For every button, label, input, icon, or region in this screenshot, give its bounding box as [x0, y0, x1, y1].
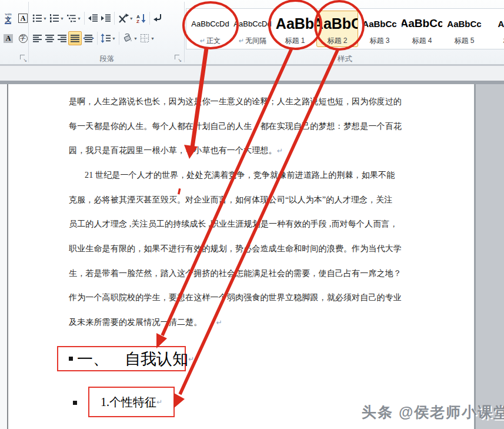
document-area: 是啊，人生之路说长也长，因为这是你一生意义的诠释；人生之路说短也短，因为你度过的…: [0, 84, 504, 429]
enclose-characters-icon: 字: [19, 34, 28, 43]
pilcrow-icon: ↵: [239, 37, 244, 44]
distribute-icon: [83, 34, 94, 43]
body-line[interactable]: 园，我只是百花园里一根小草，可小草也有一个大理想。↵: [69, 145, 407, 156]
character-shading-button[interactable]: A: [1, 31, 15, 46]
body-line[interactable]: 生，若是带着一脸茫然，踏入这个拥挤的社会怎能满足社会的需要，使自己占有一席之地？: [69, 268, 407, 279]
numbered-list-button[interactable]: ▼: [48, 11, 65, 25]
increase-indent-button[interactable]: [99, 11, 112, 25]
style-heading4[interactable]: AaBbCc 标题 4: [401, 11, 443, 47]
ribbon-lower-strip: [0, 65, 504, 81]
paragraph-mark: ↵: [216, 318, 222, 327]
window-left-gap: [0, 84, 7, 429]
style-normal[interactable]: AaBbCcDd ↵正文: [189, 11, 231, 47]
line-spacing-icon: [101, 34, 111, 43]
document-page[interactable]: [8, 84, 474, 429]
heading1-text[interactable]: 一、 自我认知: [77, 348, 188, 370]
align-center-button[interactable]: [44, 31, 56, 45]
separator: [97, 32, 98, 45]
multilevel-list-button[interactable]: ▼: [65, 11, 82, 25]
body-line[interactable]: 员工的人才理念 ,关注员工的持续成长 ,职业生涯规划是一种有效的手段 ,而对每个…: [69, 219, 407, 230]
increase-indent-icon: [101, 14, 111, 23]
group-separator: [28, 2, 29, 62]
line-spacing-button[interactable]: ▼: [99, 31, 117, 45]
style-heading1[interactable]: AaBb 标题 1: [274, 11, 316, 47]
style-no-spacing[interactable]: AaBbCcDd ↵无间隔: [232, 11, 273, 47]
show-hide-marks-button[interactable]: [152, 11, 164, 25]
phonetic-guide-icon: wén 文: [5, 12, 12, 24]
pilcrow-icon: ↵: [200, 37, 205, 44]
shading-bucket-icon: [122, 34, 133, 43]
paragraph-group-row1: ▼ ▼ ▼: [31, 11, 164, 25]
show-hide-mark-icon: [153, 14, 163, 23]
separator: [114, 12, 115, 25]
bullet-list-button[interactable]: ▼: [31, 11, 48, 25]
decrease-indent-icon: [88, 14, 98, 23]
svg-text:Z: Z: [136, 19, 139, 24]
list-bullet: [69, 357, 73, 361]
body-line[interactable]: 每一天都是你的人生。每个人都在计划自己的人生，都在实现自己的梦想：梦想是一个百花: [69, 121, 407, 132]
shading-button[interactable]: ▼: [121, 31, 139, 45]
body-line[interactable]: 21 世纪是一个人才的世界，处处充满着竞争，竞争就像前进道路上的荆棘，如果不能: [69, 170, 407, 181]
watermark-text: 头条 @侯老师小课堂: [362, 403, 504, 422]
phonetic-guide-button[interactable]: wén 文: [1, 11, 15, 26]
heading2-text[interactable]: 1.个性特征: [101, 394, 156, 410]
heading1-annotation-box: 一、 自我认知 ↵: [57, 346, 186, 371]
body-line[interactable]: 是啊，人生之路说长也长，因为这是你一生意义的诠释；人生之路说短也短，因为你度过的: [69, 97, 407, 107]
paragraph-group-row2: ▼ ▼ ▼: [31, 31, 156, 45]
sort-button[interactable]: A Z: [135, 11, 148, 25]
ribbon: wén 文 A A 字 ▼ ▼ ▼: [0, 0, 504, 65]
paragraph-mark: ↵: [188, 355, 194, 363]
separator: [84, 12, 85, 25]
paragraph-dialog-launcher[interactable]: [175, 55, 181, 61]
align-left-icon: [32, 34, 42, 43]
align-right-icon: [57, 34, 67, 43]
distribute-button[interactable]: [82, 31, 95, 45]
body-line[interactable]: 职业生命是有限的，如果不进行有效的规划，势必会造成生命和时间的浪费。作为当代大学: [69, 244, 407, 254]
align-left-button[interactable]: [31, 31, 44, 45]
paragraph-group-label: 段落: [31, 54, 183, 64]
group-separator: [184, 2, 185, 62]
sort-icon: A Z: [136, 14, 146, 24]
page-right-shadow: [474, 84, 476, 429]
heading2-annotation-box: 1.个性特征 ↵: [88, 387, 175, 417]
list-bullet: [73, 401, 77, 405]
numbered-list-icon: [49, 14, 59, 23]
paragraph-mark: ↵: [277, 147, 283, 155]
styles-gallery: AaBbCcDd ↵正文 AaBbCcDd ↵无间隔 AaBb 标题 1 AaB…: [186, 8, 504, 49]
character-shading-icon: A: [4, 34, 14, 43]
character-border-icon: A: [18, 14, 28, 23]
borders-icon: [140, 34, 150, 43]
style-heading2[interactable]: AaBbC 标题 2: [316, 11, 358, 47]
asian-layout-button[interactable]: ▼: [116, 11, 135, 25]
paragraph-mark: ↵: [156, 398, 162, 406]
font-dialog-launcher[interactable]: [20, 55, 26, 61]
style-heading3[interactable]: AaBbCc 标题 3: [359, 11, 400, 47]
align-right-button[interactable]: [56, 31, 68, 45]
style-heading6-partial[interactable]: AaB 标: [486, 11, 504, 47]
asian-layout-icon: [118, 14, 129, 24]
align-center-icon: [45, 34, 55, 43]
decrease-indent-button[interactable]: [86, 11, 99, 25]
separator: [149, 12, 150, 25]
bullet-list-icon: [32, 14, 42, 23]
styles-group-label: 样式: [186, 54, 504, 64]
justify-icon: [70, 34, 80, 43]
style-heading5[interactable]: AaBbCc 标题 5: [443, 11, 485, 47]
justify-button[interactable]: [68, 31, 82, 45]
multilevel-list-icon: [66, 14, 76, 23]
borders-button[interactable]: ▼: [139, 31, 156, 45]
body-line[interactable]: 克服，必将被其湮灭甚至毁灭。对企业而言，如何体现公司“以人为本”的人才理念，关注: [69, 195, 407, 205]
body-line[interactable]: 作为一个高职院校的学生，要想在这样一个弱肉强食的世界立稳脚跟，就必须对自己的专业: [69, 292, 407, 303]
body-line[interactable]: 及未来所需要的发展情况一清二楚。↵: [69, 317, 407, 328]
separator: [119, 32, 119, 45]
page-left-edge: [7, 84, 8, 429]
